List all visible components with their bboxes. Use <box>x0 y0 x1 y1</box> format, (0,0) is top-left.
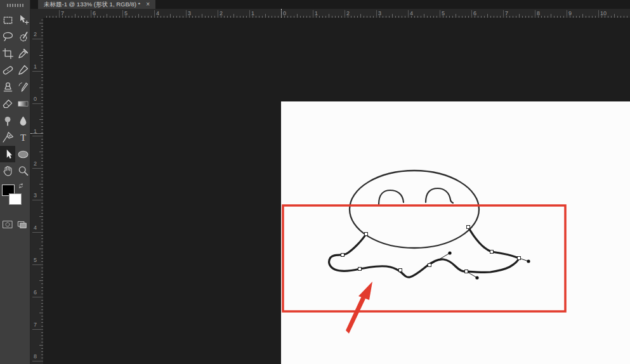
path-anchor-point[interactable] <box>518 257 521 260</box>
path-anchor-point[interactable] <box>365 233 368 236</box>
path-handle-point[interactable] <box>527 259 530 263</box>
path-anchor-point[interactable] <box>465 270 468 273</box>
path-anchor-point[interactable] <box>358 268 362 271</box>
path-handle-point[interactable] <box>475 276 478 279</box>
path-handle-point[interactable] <box>448 251 451 254</box>
path-anchor-point[interactable] <box>467 226 470 229</box>
path-anchor-point[interactable] <box>399 269 402 272</box>
red-annotation-arrow-head <box>358 282 372 300</box>
drawing-eye-right <box>426 188 453 203</box>
path-handle-line <box>430 253 450 265</box>
red-annotation-arrow-shaft <box>346 296 365 334</box>
photoshop-window: { "tabbar": { "tabs": [ { "title": "未标题-… <box>0 0 630 364</box>
path-anchor-point[interactable] <box>428 264 431 267</box>
drawing-eye-left <box>379 190 404 204</box>
path-anchor-point[interactable] <box>341 254 345 257</box>
red-annotation-rectangle <box>283 205 565 311</box>
artwork-svg <box>0 0 630 364</box>
drawing-head-ellipse <box>350 171 479 248</box>
path-anchor-point[interactable] <box>490 250 494 254</box>
